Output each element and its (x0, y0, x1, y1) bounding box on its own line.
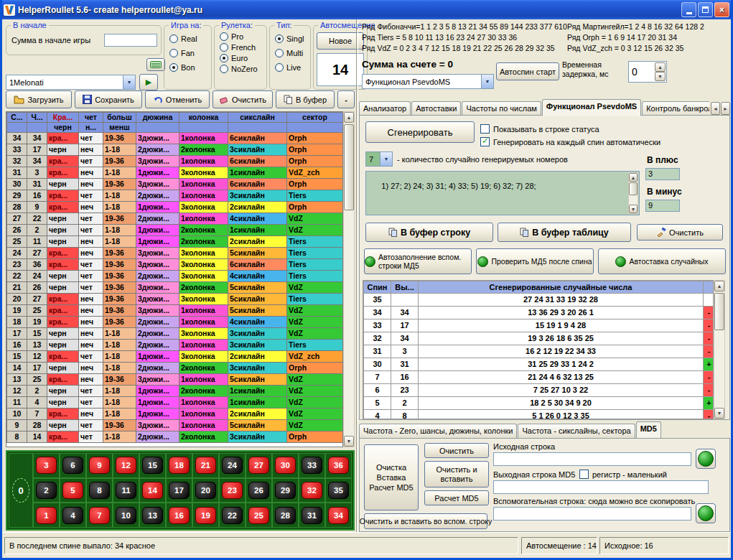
buffer-table-button[interactable]: В буфер таблицу (498, 223, 631, 242)
board-cell-21[interactable]: 21 (192, 453, 219, 478)
board-cell-30[interactable]: 30 (272, 453, 299, 478)
board-cell-12[interactable]: 12 (113, 453, 139, 478)
tab-автоставки[interactable]: Автоставки (411, 101, 461, 116)
board-cell-1[interactable]: 1 (33, 503, 60, 528)
checkbox-box-icon[interactable] (579, 470, 589, 479)
history-row[interactable]: 2427кра...неч19-363дюжи...3колонка5сикла… (7, 248, 343, 259)
history-row[interactable]: 3234кра...чет19-363дюжи...1колонка6сикла… (7, 156, 343, 167)
spin-row[interactable]: 323419 3 26 18 6 35 25- (364, 332, 714, 345)
history-scrollbar[interactable]: ▲ ▼ (343, 111, 355, 447)
history-row[interactable]: 107кра...неч1-181дюжи...1колонка2сиклайн… (7, 409, 343, 420)
board-cell-26[interactable]: 26 (246, 478, 272, 503)
md5-aux-input[interactable] (493, 507, 691, 521)
spin-row[interactable]: 3527 24 31 33 19 32 28 (364, 294, 714, 307)
clear-generated-button[interactable]: Очистить (637, 224, 723, 241)
history-row[interactable]: 3434кра...чет19-363дюжи...1колонка6сикла… (7, 133, 343, 144)
board-cell-23[interactable]: 23 (219, 478, 246, 503)
tab-scroll-left-button[interactable]: ◄ (711, 102, 720, 115)
buffer-row-button[interactable]: В буфер строку (365, 223, 493, 242)
board-cell-8[interactable]: 8 (86, 478, 113, 503)
autofill-md5-button[interactable]: Автозаполнение вспом. строки МД5 (364, 248, 472, 274)
board-cell-32[interactable]: 32 (299, 478, 325, 503)
tab-анализатор[interactable]: Анализатор (359, 101, 411, 116)
spin-row[interactable]: 303131 25 29 33 1 24 2+ (364, 358, 714, 371)
start-button[interactable]: ▶ (139, 74, 158, 90)
scroll-thumb[interactable] (629, 182, 638, 195)
minimize-button[interactable] (681, 2, 696, 17)
tab-частота---zero,-шансы,-дюжины,-колонки[interactable]: Частота - Zero, шансы, дюжины, колонки (359, 424, 517, 438)
history-row[interactable]: 313кра...неч1-181дюжи...3колонка1сиклайн… (7, 167, 343, 179)
history-row[interactable]: 2722чернчет19-362дюжи...1колонка4сиклайн… (7, 213, 343, 225)
board-cell-22[interactable]: 22 (219, 503, 246, 528)
board-cell-2[interactable]: 2 (33, 478, 60, 503)
board-cell-25[interactable]: 25 (246, 503, 272, 528)
close-button[interactable]: × (714, 2, 729, 17)
maximize-button[interactable] (698, 2, 713, 17)
history-row[interactable]: 1925кра...неч19-363дюжи...1колонка5сикла… (7, 305, 343, 317)
title-bar[interactable]: HelperRoullet 5.6- create helperroullet@… (0, 0, 733, 19)
tab-функционал-psevdoms[interactable]: Функционал PsevdoMS (542, 99, 641, 116)
preset-combobox[interactable]: 1Melonati ▼ (6, 75, 136, 90)
radio-nozero[interactable]: NoZero (220, 65, 266, 73)
collapse-button[interactable]: - (337, 90, 355, 108)
function-combobox[interactable]: Функционал PsevdoMS ▼ (362, 74, 494, 89)
board-cell-28[interactable]: 28 (272, 503, 299, 528)
scroll-thumb[interactable] (714, 293, 724, 330)
history-row[interactable]: 2027кра...неч19-363дюжи...3колонка5сикла… (7, 294, 343, 305)
save-button[interactable]: Сохранить (75, 90, 142, 108)
count-combobox[interactable]: 7 ▼ (365, 151, 393, 167)
scroll-down-icon[interactable]: ▼ (629, 205, 638, 213)
history-row[interactable]: 814кра...чет1-182дюжи...2колонка3сиклайн… (7, 431, 343, 443)
board-cell-9[interactable]: 9 (86, 453, 113, 478)
history-row[interactable]: 3317черннеч1-182дюжи...2колонка3сиклайнO… (7, 144, 343, 156)
board-cell-11[interactable]: 11 (113, 478, 139, 503)
spinner-up-icon[interactable]: ▲ (655, 62, 666, 72)
tab-частота---сикслайны,-сектора[interactable]: Частота - сикслайны, сектора (518, 424, 635, 438)
radio-euro[interactable]: Euro (220, 54, 266, 62)
spin-row[interactable]: 5218 2 5 30 34 9 20+ (364, 397, 714, 410)
board-cell-3[interactable]: 3 (33, 453, 60, 478)
board-cell-34[interactable]: 34 (325, 503, 352, 528)
spin-row[interactable]: 6237 25 27 10 3 22- (364, 384, 714, 397)
radio-singl[interactable]: Singl (275, 34, 310, 43)
clear-button[interactable]: Очистить (213, 90, 273, 108)
spin-table-scrollbar[interactable]: ▲ ▼ (714, 280, 725, 419)
radio-french[interactable]: French (220, 43, 266, 52)
radio-fan[interactable]: Fan (169, 49, 211, 57)
generated-scrollbar[interactable]: ▲ ▼ (628, 172, 638, 214)
scroll-up-icon[interactable]: ▲ (629, 173, 638, 182)
board-cell-33[interactable]: 33 (299, 453, 325, 478)
spin-row[interactable]: 331715 19 1 9 4 28- (364, 319, 714, 332)
board-cell-29[interactable]: 29 (272, 478, 299, 503)
radio-pro[interactable]: Pro (220, 32, 266, 41)
scroll-up-icon[interactable]: ▲ (714, 281, 724, 291)
load-button[interactable]: Загрузить (6, 90, 72, 108)
md5-clear-paste-aux-button[interactable]: Очистить и вставить во вспом. строку (364, 513, 487, 529)
check-md5-button[interactable]: Проверить МД5 после спина (476, 248, 594, 274)
spin-row[interactable]: 343413 36 29 3 20 26 1- (364, 307, 714, 319)
scroll-thumb[interactable] (344, 124, 354, 210)
history-row[interactable]: 2126чернчет19-363дюжи...2колонка5сиклайн… (7, 282, 343, 294)
board-cell-10[interactable]: 10 (113, 503, 139, 528)
history-row[interactable]: 2511черннеч1-181дюжи...2колонка2сиклайнT… (7, 236, 343, 248)
history-row[interactable]: 1325кра...неч19-363дюжи...1колонка5сикла… (7, 374, 343, 386)
board-cell-18[interactable]: 18 (166, 453, 192, 478)
board-cell-17[interactable]: 17 (166, 478, 192, 503)
checkbox-box-icon[interactable] (480, 124, 490, 134)
board-cell-20[interactable]: 20 (192, 478, 219, 503)
history-row[interactable]: 3031черннеч19-363дюжи...1колонка6сиклайн… (7, 179, 343, 190)
tab-scroll-right-button[interactable]: ► (721, 102, 730, 115)
generated-area[interactable]: 1) 27; 2) 24; 3) 31; 4) 33; 5) 19; 6) 32… (365, 171, 640, 215)
scroll-down-icon[interactable]: ▼ (344, 436, 354, 447)
board-cell-36[interactable]: 36 (325, 453, 352, 478)
history-row[interactable]: 928чернчет19-363дюжи...1колонка5сиклайнV… (7, 420, 343, 431)
radio-real[interactable]: Real (169, 34, 211, 43)
board-cell-13[interactable]: 13 (139, 503, 166, 528)
md5-source-input[interactable] (493, 452, 691, 466)
history-row[interactable]: 1613черннеч1-182дюжи...1колонка3сиклайнT… (7, 340, 343, 351)
board-cell-6[interactable]: 6 (60, 453, 86, 478)
radio-live[interactable]: Live (275, 63, 310, 72)
tab-md5[interactable]: MD5 (636, 421, 661, 438)
tab-частоты-по-числам[interactable]: Частоты по числам (462, 101, 541, 116)
board-cell-35[interactable]: 35 (325, 478, 352, 503)
